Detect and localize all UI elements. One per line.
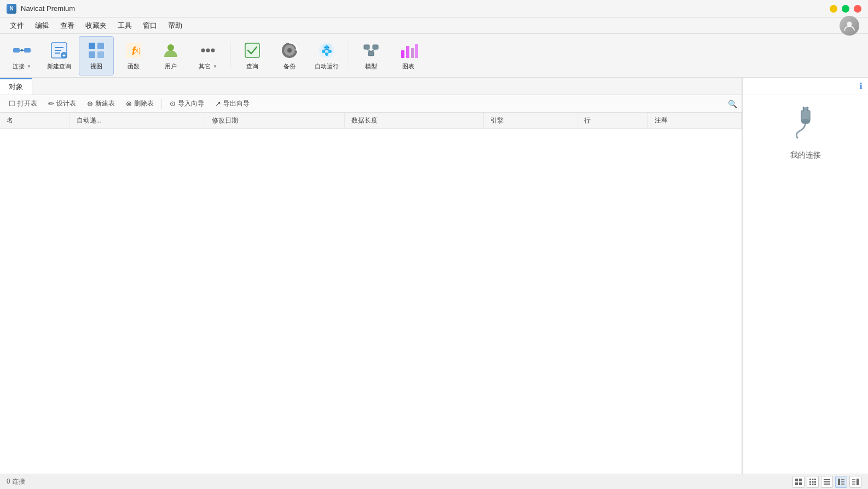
- import-button[interactable]: ⊙ 导入向导: [165, 97, 209, 110]
- toolbar-separator-1: [230, 42, 230, 69]
- chart-label: 图表: [402, 62, 414, 71]
- connect-button[interactable]: 连接 ▼: [4, 36, 39, 75]
- menu-window[interactable]: 窗口: [137, 19, 163, 33]
- svg-rect-1: [13, 48, 20, 53]
- info-icon[interactable]: ℹ: [859, 81, 863, 91]
- content-area: 对象 ☐ 打开表 ✏ 设计表 ⊕ 新建表 ⊗ 删除表 ⊙ 导入向导: [0, 78, 742, 474]
- open-table-icon: ☐: [9, 100, 15, 108]
- svg-rect-56: [812, 479, 814, 480]
- other-button[interactable]: 其它 ▼: [190, 36, 225, 75]
- user-label: 用户: [165, 62, 177, 71]
- svg-rect-59: [812, 481, 814, 482]
- main-area: 对象 ☐ 打开表 ✏ 设计表 ⊕ 新建表 ⊗ 删除表 ⊙ 导入向导: [0, 78, 868, 474]
- menu-edit[interactable]: 编辑: [30, 19, 55, 33]
- autorun-icon: [317, 40, 337, 60]
- svg-line-39: [367, 49, 371, 51]
- maximize-button[interactable]: [842, 5, 849, 13]
- export-button[interactable]: ↗ 导出向导: [211, 97, 254, 110]
- svg-line-40: [371, 49, 375, 51]
- svg-rect-38: [368, 51, 374, 56]
- design-table-button[interactable]: ✏ 设计表: [44, 97, 80, 110]
- close-button[interactable]: [854, 5, 861, 13]
- menu-help[interactable]: 帮助: [163, 19, 188, 33]
- new-query-icon: +: [49, 40, 69, 60]
- user-avatar[interactable]: [840, 16, 859, 36]
- delete-table-button[interactable]: ⊗ 删除表: [121, 97, 158, 110]
- toolbar-separator-2: [349, 42, 349, 69]
- design-table-label: 设计表: [56, 99, 76, 108]
- svg-rect-52: [799, 479, 802, 481]
- svg-rect-55: [809, 479, 811, 480]
- design-table-icon: ✏: [48, 100, 54, 108]
- svg-rect-44: [415, 44, 418, 58]
- svg-point-4: [21, 49, 23, 51]
- model-label: 模型: [365, 62, 377, 71]
- col-rows: 行: [577, 113, 648, 129]
- view-small-grid-button[interactable]: [807, 476, 819, 488]
- svg-rect-57: [814, 479, 816, 480]
- data-table: 名 自动递... 修改日期 数据长度 引擎 行 注释: [0, 113, 742, 474]
- new-table-label: 新建表: [95, 99, 115, 108]
- function-icon: f (x): [124, 40, 143, 60]
- query-icon: [242, 40, 262, 60]
- delete-table-icon: ⊗: [126, 100, 132, 108]
- svg-rect-47: [806, 107, 807, 112]
- open-table-button[interactable]: ☐ 打开表: [4, 97, 42, 110]
- svg-rect-43: [411, 48, 414, 58]
- menu-file[interactable]: 文件: [4, 19, 30, 33]
- col-date: 修改日期: [205, 113, 345, 129]
- import-label: 导入向导: [178, 99, 204, 108]
- search-icon[interactable]: 🔍: [728, 100, 737, 108]
- view-label: 视图: [90, 62, 102, 71]
- status-text: 0 连接: [7, 477, 792, 486]
- autorun-button[interactable]: 自动运行: [309, 36, 344, 75]
- tab-bar: 对象: [0, 78, 742, 95]
- menu-view[interactable]: 查看: [55, 19, 80, 33]
- svg-rect-53: [795, 482, 798, 485]
- svg-rect-11: [89, 43, 95, 49]
- svg-point-50: [801, 119, 810, 124]
- function-label: 函数: [128, 62, 140, 71]
- svg-point-19: [201, 49, 205, 53]
- col-name: 名: [0, 113, 70, 129]
- user-button[interactable]: 用户: [153, 36, 188, 75]
- view-button[interactable]: 视图: [79, 36, 114, 75]
- new-table-button[interactable]: ⊕ 新建表: [83, 97, 119, 110]
- autorun-label: 自动运行: [315, 62, 339, 71]
- function-button[interactable]: f (x) 函数: [116, 36, 151, 75]
- view-detail-left-button[interactable]: [835, 476, 847, 488]
- svg-rect-41: [401, 50, 404, 58]
- query-label: 查询: [246, 62, 258, 71]
- minimize-button[interactable]: [830, 5, 837, 13]
- svg-rect-42: [406, 46, 409, 58]
- query-button[interactable]: 查询: [235, 36, 270, 75]
- model-button[interactable]: 模型: [354, 36, 389, 75]
- toolbar: 连接 ▼ + 新建查询 视图: [0, 34, 868, 78]
- chart-button[interactable]: 图表: [391, 36, 426, 75]
- svg-rect-2: [24, 48, 31, 53]
- view-detail-right-button[interactable]: [849, 476, 861, 488]
- menu-favorites[interactable]: 收藏夹: [80, 19, 112, 33]
- table-toolbar-sep-1: [161, 98, 162, 109]
- svg-rect-60: [814, 481, 816, 482]
- backup-button[interactable]: 备份: [272, 36, 307, 75]
- svg-text:(x): (x): [133, 46, 141, 54]
- table-search-area: 🔍: [728, 100, 737, 108]
- new-query-button[interactable]: + 新建查询: [42, 36, 77, 75]
- svg-rect-46: [804, 107, 806, 112]
- view-icon: [86, 40, 106, 60]
- svg-rect-13: [89, 51, 95, 58]
- backup-icon: [280, 40, 299, 60]
- svg-rect-58: [809, 481, 811, 482]
- menu-tools[interactable]: 工具: [112, 19, 137, 33]
- col-comment: 注释: [648, 113, 742, 129]
- view-list-button[interactable]: [821, 476, 833, 488]
- export-label: 导出向导: [223, 99, 250, 108]
- statusbar: 0 连接: [0, 474, 868, 489]
- table-toolbar: ☐ 打开表 ✏ 设计表 ⊕ 新建表 ⊗ 删除表 ⊙ 导入向导 ↗ 导出: [0, 95, 742, 113]
- tab-objects[interactable]: 对象: [0, 78, 32, 95]
- app-title: Navicat Premium: [21, 4, 830, 13]
- svg-point-21: [211, 49, 215, 53]
- view-large-grid-button[interactable]: [792, 476, 805, 488]
- svg-point-33: [325, 47, 326, 49]
